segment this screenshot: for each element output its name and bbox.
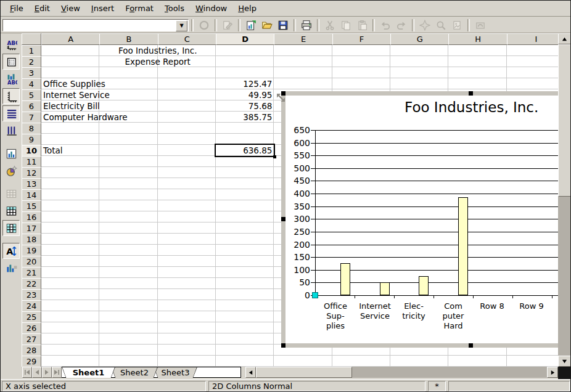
chart-bar-3[interactable]	[419, 276, 429, 295]
column-header-g[interactable]: G	[390, 33, 449, 45]
sheet-grid-area[interactable]: Foo Industries, Inc.Expense ReportOffice…	[22, 33, 558, 367]
cell-A4[interactable]: Office Supplies	[41, 78, 99, 89]
axes-description-button[interactable]	[2, 88, 20, 104]
chart-title[interactable]: Foo Industries, Inc.	[405, 99, 538, 115]
x-axis-label-6[interactable]: Row 9	[511, 301, 552, 311]
previous-sheet-button[interactable]	[32, 367, 42, 378]
x-axis-label-4[interactable]: ComputerHard	[433, 301, 474, 331]
y-axis-label-150[interactable]: 150	[287, 252, 310, 262]
reorganize-chart-button[interactable]	[2, 260, 20, 276]
cell-A10[interactable]: Total	[41, 145, 99, 156]
horizontal-scrollbar[interactable]	[245, 367, 558, 378]
save-button[interactable]	[276, 18, 290, 32]
row-header-14[interactable]: 14	[22, 189, 41, 201]
y-axis-label-550[interactable]: 550	[287, 150, 310, 160]
row-header-21[interactable]: 21	[22, 267, 41, 279]
row-header-1[interactable]: 1	[22, 45, 41, 57]
menu-format[interactable]: Format	[120, 2, 159, 14]
new-document-button[interactable]	[244, 18, 258, 32]
last-sheet-button[interactable]	[52, 367, 62, 378]
autoformat-chart-button[interactable]	[2, 163, 20, 179]
fill-handle[interactable]	[273, 155, 276, 158]
chart-bar-4[interactable]	[458, 197, 468, 295]
row-header-20[interactable]: 20	[22, 256, 41, 267]
scroll-up-button[interactable]	[558, 33, 571, 44]
x-axis-label-2[interactable]: InternetService	[355, 301, 395, 321]
row-header-24[interactable]: 24	[22, 300, 41, 312]
y-axis-label-650[interactable]: 650	[287, 125, 310, 135]
y-axis-label-0[interactable]: 0	[287, 290, 310, 300]
chart-title-button[interactable]: ABC	[2, 36, 20, 52]
menu-edit[interactable]: Edit	[29, 2, 55, 14]
row-header-7[interactable]: 7	[22, 112, 41, 123]
scroll-down-button[interactable]	[558, 356, 571, 367]
sheet-tab-sheet3[interactable]: Sheet3	[154, 367, 197, 378]
y-axis-label-50[interactable]: 50	[287, 277, 310, 287]
row-header-29[interactable]: 29	[22, 356, 41, 367]
row-header-25[interactable]: 25	[22, 311, 41, 323]
row-header-17[interactable]: 17	[22, 223, 41, 234]
row-header-12[interactable]: 12	[22, 167, 41, 179]
cell-D4[interactable]: 125.47	[216, 78, 274, 89]
y-axis-label-600[interactable]: 600	[287, 138, 310, 148]
x-axis-label-1[interactable]: OfficeSup-plies	[315, 301, 356, 331]
chart-type-button[interactable]	[2, 145, 20, 161]
chart-handle-bottom-left[interactable]	[281, 343, 286, 348]
chart-canvas[interactable]: Foo Industries, Inc. 0501001502002503003…	[286, 96, 558, 343]
row-header-19[interactable]: 19	[22, 245, 41, 256]
x-axis-line[interactable]	[315, 295, 558, 296]
y-axis-label-100[interactable]: 100	[287, 265, 310, 275]
row-header-10[interactable]: 10	[22, 145, 41, 157]
scroll-right-button[interactable]	[547, 367, 558, 378]
cell-B2[interactable]: Expense Report	[99, 56, 216, 67]
y-axis-line[interactable]	[315, 130, 316, 296]
cell-selection-border[interactable]	[215, 144, 275, 157]
y-axis-label-400[interactable]: 400	[287, 189, 310, 198]
vertical-grid-button[interactable]	[2, 123, 20, 139]
row-header-4[interactable]: 4	[22, 78, 41, 90]
url-combobox[interactable]: ▼	[2, 19, 189, 31]
column-header-a[interactable]: A	[41, 33, 100, 45]
y-axis-label-250[interactable]: 250	[287, 227, 310, 237]
data-in-rows-button[interactable]	[2, 203, 20, 219]
y-axis-label-350[interactable]: 350	[287, 202, 310, 211]
combo-dropdown-arrow[interactable]: ▼	[176, 20, 187, 31]
menu-help[interactable]: Help	[232, 2, 262, 14]
x-axis-label-3[interactable]: Elec-tricity	[393, 301, 434, 321]
chart-object[interactable]: Foo Industries, Inc. 0501001502002503003…	[281, 91, 558, 348]
y-axis-label-300[interactable]: 300	[287, 214, 310, 224]
chart-handle-top-left[interactable]	[281, 91, 286, 96]
chart-handle-mid-left[interactable]	[281, 217, 286, 221]
data-in-columns-button[interactable]	[2, 220, 20, 236]
chart-bar-2[interactable]	[380, 282, 390, 295]
x-axis-label-5[interactable]: Row 8	[472, 301, 512, 311]
row-header-8[interactable]: 8	[22, 123, 41, 134]
row-header-16[interactable]: 16	[22, 211, 41, 223]
cell-B1[interactable]: Foo Industries, Inc.	[99, 45, 216, 56]
chart-bar-1[interactable]	[340, 263, 350, 295]
cell-A7[interactable]: Computer Hardware	[41, 112, 99, 123]
column-header-d[interactable]: D	[216, 33, 274, 45]
x-axis-selection-handle[interactable]	[312, 292, 318, 298]
sheet-tab-sheet1[interactable]: Sheet1	[62, 367, 115, 378]
cell-D5[interactable]: 49.95	[216, 89, 274, 100]
y-axis-label-450[interactable]: 450	[287, 176, 310, 186]
column-header-e[interactable]: E	[274, 33, 332, 45]
row-header-28[interactable]: 28	[22, 345, 41, 356]
cell-D6[interactable]: 75.68	[216, 100, 274, 112]
scale-text-button[interactable]: A	[2, 243, 20, 259]
menu-window[interactable]: Window	[190, 2, 232, 14]
row-header-5[interactable]: 5	[22, 89, 41, 101]
cell-D7[interactable]: 385.75	[216, 112, 274, 123]
first-sheet-button[interactable]	[22, 367, 32, 378]
column-header-b[interactable]: B	[99, 33, 158, 45]
vertical-scroll-thumb[interactable]	[558, 44, 571, 197]
menu-view[interactable]: View	[55, 2, 86, 14]
print-button[interactable]	[299, 18, 314, 32]
y-axis-label-200[interactable]: 200	[287, 240, 310, 250]
chart-handle-top-center[interactable]	[469, 91, 473, 96]
row-header-26[interactable]: 26	[22, 322, 41, 334]
column-header-h[interactable]: H	[448, 33, 507, 45]
horizontal-grid-button[interactable]	[2, 105, 20, 121]
next-sheet-button[interactable]	[42, 367, 52, 378]
